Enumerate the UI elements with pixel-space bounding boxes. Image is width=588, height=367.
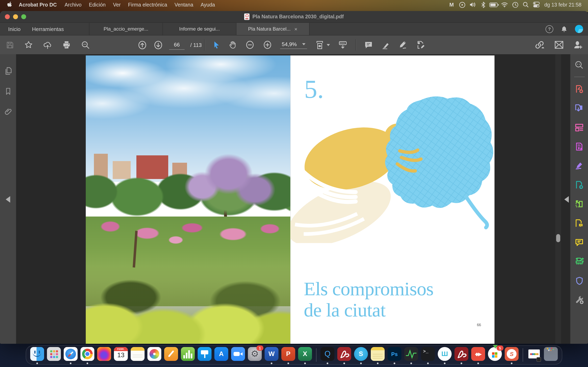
menu-app-name[interactable]: Acrobat Pro DC [15, 2, 61, 8]
dock-terminal[interactable]: >_ [421, 346, 435, 364]
dock-w-app[interactable]: Ш [438, 346, 452, 364]
dock-zoom[interactable] [231, 346, 245, 364]
menu-archivo[interactable]: Archivo [61, 2, 85, 8]
redact-tool-icon[interactable] [574, 142, 584, 151]
search-zoom-tool-icon[interactable] [574, 60, 584, 70]
hand-tool-icon[interactable] [228, 40, 237, 49]
dock-ms-autoupdate[interactable]: 5 [488, 346, 502, 364]
comment-tool-icon[interactable] [364, 40, 373, 50]
menu-edicion[interactable]: Edición [85, 2, 109, 8]
dock-keynote[interactable] [198, 346, 212, 364]
search-icon[interactable] [81, 40, 90, 50]
dock-activity-monitor[interactable] [404, 346, 418, 364]
account-avatar[interactable] [575, 25, 583, 33]
previous-page-icon[interactable] [137, 40, 147, 50]
dock-appstore[interactable]: A [214, 346, 228, 364]
dock-system-preferences[interactable]: ⚙1 [248, 346, 262, 364]
bluetooth-icon[interactable] [478, 0, 489, 9]
collapse-right-panel-icon[interactable] [564, 196, 569, 203]
dock-launchpad[interactable] [47, 346, 61, 364]
dock-pages[interactable] [164, 346, 178, 364]
tab-informe[interactable]: Informe de segui... [163, 23, 236, 35]
dock-movie-file[interactable] [527, 346, 541, 364]
menu-ver[interactable]: Ver [109, 2, 125, 8]
edit-document-icon[interactable] [416, 40, 425, 50]
add-person-icon[interactable] [573, 40, 583, 50]
scan-ocr-tool-icon[interactable] [574, 257, 584, 266]
page-thumbnails-icon[interactable] [3, 67, 12, 75]
bookmarks-icon[interactable] [4, 87, 12, 96]
print-icon[interactable] [62, 40, 71, 49]
tab-close-icon[interactable]: × [294, 26, 297, 32]
send-comments-tool-icon[interactable] [574, 218, 584, 228]
malwarebytes-icon[interactable]: M [446, 0, 457, 9]
highlight-tool-icon[interactable] [381, 40, 390, 50]
dock-quicktime[interactable]: Q [320, 346, 334, 364]
export-pdf-tool-icon[interactable] [574, 103, 584, 113]
protect-tool-icon[interactable] [574, 276, 584, 285]
crop-pages-tool-icon[interactable] [574, 199, 584, 209]
sign-tool-icon[interactable] [398, 40, 408, 50]
wifi-icon[interactable] [499, 0, 510, 9]
collapse-left-panel-icon[interactable] [6, 196, 10, 203]
dock-notes[interactable] [131, 346, 145, 364]
dock-stickies[interactable] [371, 346, 385, 364]
nav-inicio[interactable]: Inicio [2, 26, 26, 32]
zoom-in-icon[interactable] [263, 40, 272, 50]
play-circle-icon[interactable] [457, 0, 467, 9]
tab-pla-accio[interactable]: Pla_accio_emerge... [89, 23, 163, 35]
organize-pages-tool-icon[interactable] [574, 122, 584, 132]
battery-icon[interactable] [489, 0, 499, 9]
dock-firefox[interactable] [97, 346, 111, 364]
share-pdf-tool-icon[interactable] [574, 180, 584, 190]
control-center-icon[interactable] [531, 0, 542, 9]
dock-safari[interactable] [64, 346, 78, 364]
create-pdf-tool-icon[interactable] [574, 84, 584, 94]
more-tools-icon[interactable] [574, 295, 584, 305]
menubar-clock[interactable]: dg 13 febr 21:58 [542, 2, 584, 8]
dock-excel[interactable]: X [298, 346, 312, 364]
menu-ventana[interactable]: Ventana [171, 2, 197, 8]
save-icon[interactable] [6, 41, 14, 49]
time-machine-icon[interactable] [510, 0, 521, 9]
dock-calendar[interactable]: FEBR.13 [114, 346, 128, 364]
spotlight-search-icon[interactable] [521, 0, 531, 9]
scrollbar-thumb[interactable] [556, 234, 560, 242]
dock-powerpoint[interactable]: P [281, 346, 295, 364]
tab-pla-natura-active[interactable]: Pla Natura Barcel... × [236, 23, 310, 35]
dock-photos[interactable] [147, 346, 161, 364]
volume-icon[interactable] [467, 0, 478, 9]
notifications-bell-icon[interactable] [561, 25, 568, 33]
dock-chrome[interactable] [80, 346, 94, 364]
dock-trash[interactable] [544, 346, 558, 364]
dock-acrobat[interactable] [337, 346, 351, 364]
fill-sign-tool-icon[interactable] [574, 161, 584, 170]
help-icon[interactable]: ? [545, 25, 553, 33]
dock-word[interactable]: W [265, 346, 278, 364]
attachments-paperclip-icon[interactable] [3, 107, 12, 116]
menu-firma[interactable]: Firma electrónica [124, 2, 171, 8]
share-cloud-icon[interactable] [43, 40, 52, 50]
comment-tool-icon[interactable] [574, 237, 584, 247]
menu-ayuda[interactable]: Ayuda [197, 2, 219, 8]
dock-skype[interactable]: S [354, 346, 368, 364]
page-number-input[interactable] [169, 40, 185, 50]
star-icon[interactable] [24, 40, 33, 49]
next-page-icon[interactable] [153, 40, 163, 50]
vertical-scrollbar[interactable] [555, 54, 561, 344]
dock-red-diamond-app[interactable]: ◆▶ [471, 346, 485, 364]
share-link-icon[interactable] [535, 40, 545, 50]
zoom-level-dropdown[interactable]: 54,9% [280, 41, 307, 49]
dock-numbers[interactable] [181, 346, 195, 364]
zoom-out-icon[interactable] [245, 40, 255, 50]
dock-finder[interactable] [30, 346, 44, 364]
dock-photoshop[interactable]: Ps [388, 346, 401, 364]
apple-icon[interactable] [4, 0, 15, 9]
nav-herramientas[interactable]: Herramientas [26, 26, 70, 32]
send-mail-icon[interactable] [554, 40, 564, 49]
fit-width-dropdown[interactable] [315, 40, 330, 50]
scroll-mode-icon[interactable] [338, 40, 348, 50]
select-tool-icon[interactable] [212, 40, 221, 49]
dock-acrobat-reader[interactable] [454, 346, 468, 364]
dock-orange-s-app[interactable]: S [505, 346, 519, 364]
